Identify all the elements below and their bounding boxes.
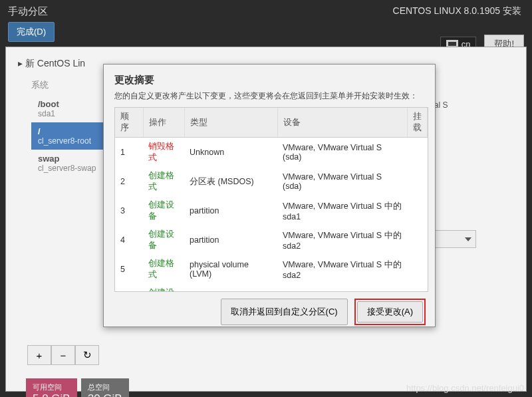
cell-type: physical volume (LVM) — [184, 255, 277, 284]
col-device[interactable]: 设备 — [277, 108, 408, 138]
accept-button[interactable]: 接受更改(A) — [357, 301, 423, 323]
cell-mount — [408, 138, 428, 168]
dialog-button-row: 取消并返回到自定义分区(C) 接受更改(A) — [104, 292, 435, 327]
cell-order: 2 — [115, 167, 143, 196]
remove-mount-button[interactable]: − — [51, 345, 75, 365]
col-type[interactable]: 类型 — [184, 108, 277, 138]
chevron-down-icon — [465, 237, 471, 241]
changes-table-wrap: 顺序 操作 类型 设备 挂载 1销毁格式UnknownVMware, VMwar… — [114, 107, 428, 292]
table-row[interactable]: 6创建设备lvmvgcl_server8 — [115, 284, 428, 292]
cell-device: VMware, VMware Virtual S 中的 sda2 — [277, 225, 408, 255]
cell-mount — [408, 167, 428, 196]
dialog-title: 更改摘要 — [104, 65, 435, 90]
cell-operation: 创建格式 — [143, 255, 184, 284]
accept-highlight: 接受更改(A) — [354, 299, 426, 325]
watermark-text: https://blog.csdn.net/renfeigui0 — [406, 383, 524, 393]
mount-toolbar: + − ↻ — [27, 345, 99, 365]
table-body: 1销毁格式UnknownVMware, VMware Virtual S (sd… — [115, 138, 428, 293]
summary-dialog: 更改摘要 您的自定义更改将产生以下变更，这些变更将会在您返回到主菜单并开始安装时… — [103, 64, 436, 327]
cell-order: 1 — [115, 138, 143, 168]
col-operation[interactable]: 操作 — [143, 108, 184, 138]
total-space-box: 总空间 20 GiB — [81, 378, 129, 397]
col-order[interactable]: 顺序 — [115, 108, 143, 138]
cell-mount — [408, 284, 428, 292]
cell-operation: 创建格式 — [143, 167, 184, 196]
table-row[interactable]: 3创建设备partitionVMware, VMware Virtual S 中… — [115, 196, 428, 225]
done-button[interactable]: 完成(D) — [8, 22, 55, 42]
table-row[interactable]: 1销毁格式UnknownVMware, VMware Virtual S (sd… — [115, 138, 428, 168]
cell-operation: 创建设备 — [143, 284, 184, 292]
dialog-description: 您的自定义更改将产生以下变更，这些变更将会在您返回到主菜单并开始安装时生效： — [104, 90, 435, 107]
cell-operation: 创建设备 — [143, 225, 184, 255]
col-mount[interactable]: 挂载 — [408, 108, 428, 138]
reload-button[interactable]: ↻ — [75, 345, 99, 365]
total-space-label: 总空间 — [88, 382, 122, 392]
cell-mount — [408, 255, 428, 284]
cell-order: 5 — [115, 255, 143, 284]
cell-device: VMware, VMware Virtual S (sda) — [277, 167, 408, 196]
cell-device: VMware, VMware Virtual S (sda) — [277, 138, 408, 168]
table-row[interactable]: 4创建设备partitionVMware, VMware Virtual S 中… — [115, 225, 428, 255]
table-row[interactable]: 5创建格式physical volume (LVM)VMware, VMware… — [115, 255, 428, 284]
page-title: 手动分区 — [8, 5, 55, 18]
available-space-value: 5.8 GiB — [33, 392, 70, 397]
installer-label: CENTOS LINUX 8.0.1905 安装 — [393, 5, 521, 17]
cell-device: cl_server8 — [277, 284, 408, 292]
cell-mount — [408, 196, 428, 225]
total-space-value: 20 GiB — [88, 392, 122, 397]
table-row[interactable]: 2创建格式分区表 (MSDOS)VMware, VMware Virtual S… — [115, 167, 428, 196]
cell-operation: 销毁格式 — [143, 138, 184, 168]
changes-table: 顺序 操作 类型 设备 挂载 1销毁格式UnknownVMware, VMwar… — [115, 108, 428, 292]
available-space-label: 可用空间 — [33, 382, 70, 392]
available-space-box: 可用空间 5.8 GiB — [26, 378, 77, 397]
add-mount-button[interactable]: + — [27, 345, 51, 365]
header-left: 手动分区 完成(D) — [8, 5, 55, 42]
cell-order: 6 — [115, 284, 143, 292]
cell-type: Unknown — [184, 138, 277, 168]
cell-order: 3 — [115, 196, 143, 225]
cancel-button[interactable]: 取消并返回到自定义分区(C) — [221, 299, 348, 325]
cell-type: partition — [184, 196, 277, 225]
cell-type: partition — [184, 225, 277, 255]
cell-device: VMware, VMware Virtual S 中的 sda2 — [277, 255, 408, 284]
cell-device: VMware, VMware Virtual S 中的 sda1 — [277, 196, 408, 225]
cell-mount — [408, 225, 428, 255]
cell-type: lvmvg — [184, 284, 277, 292]
space-summary: 可用空间 5.8 GiB 总空间 20 GiB — [26, 378, 129, 397]
cell-type: 分区表 (MSDOS) — [184, 167, 277, 196]
table-header-row: 顺序 操作 类型 设备 挂载 — [115, 108, 428, 138]
cell-order: 4 — [115, 225, 143, 255]
cell-operation: 创建设备 — [143, 196, 184, 225]
